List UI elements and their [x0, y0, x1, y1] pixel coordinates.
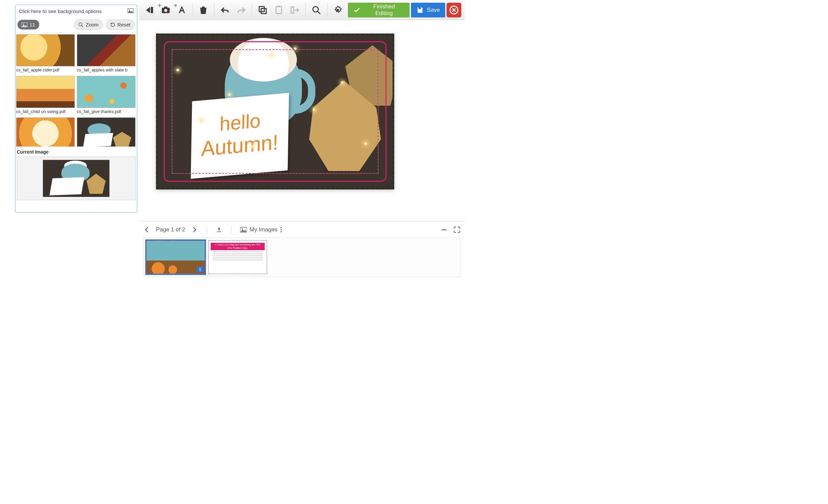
footer: Page 1 of 2 My Images 1: [139, 221, 465, 282]
svg-rect-11: [259, 6, 264, 11]
toolbar: Finished Editing Save: [139, 0, 465, 20]
thumbnail-label: cs_fall_apple cider.pdf: [16, 66, 75, 75]
add-text-button[interactable]: [174, 3, 189, 17]
background-options-header[interactable]: Click here to see background options: [15, 5, 137, 17]
finished-editing-button[interactable]: Finished Editing: [348, 3, 409, 17]
settings-button[interactable]: [331, 3, 345, 17]
my-images-label: My Images: [250, 226, 278, 233]
image-icon: [127, 8, 133, 14]
page-thumbnail[interactable]: 1: [146, 240, 205, 274]
thumbnail-image: [77, 118, 135, 146]
zoom-tool-button[interactable]: [309, 3, 324, 17]
back-button[interactable]: [142, 3, 157, 17]
zoom-label: Zoom: [86, 22, 98, 28]
svg-line-17: [317, 11, 320, 14]
svg-point-23: [281, 229, 282, 230]
thumbnail-image: [77, 76, 135, 108]
undo-button[interactable]: [218, 3, 233, 17]
svg-point-22: [281, 227, 282, 228]
thumbnail-image: [16, 76, 75, 108]
thumbnail[interactable]: cs_fall_give thanks.pdf: [77, 76, 135, 116]
thumbnail-scroll[interactable]: cs_fall_apple cider.pdf cs_fall_apples w…: [15, 33, 137, 146]
thumbnail-label: cs_fall_child on swing.pdf: [16, 108, 75, 116]
canvas-area[interactable]: hello Autumn!: [139, 20, 465, 221]
sidebar-controls: 11 Zoom Reset: [15, 17, 137, 33]
svg-rect-8: [164, 6, 167, 8]
page-number-badge: 1: [197, 267, 203, 272]
close-button[interactable]: [447, 3, 461, 17]
collapse-button[interactable]: [441, 226, 448, 233]
thumbnail-image: [16, 34, 75, 66]
reset-label: Reset: [117, 22, 130, 28]
page-indicator: Page 1 of 2: [156, 226, 185, 233]
thumbnail-label: cs_fall_apples with slate b: [77, 66, 135, 75]
sidebar: Click here to see background options 11 …: [15, 5, 137, 213]
save-button[interactable]: Save: [411, 3, 446, 17]
svg-point-1: [129, 9, 130, 10]
page-thumbnail[interactable]: 3 Track LoCo Mag and Numbering are FPO (…: [208, 240, 267, 274]
fullscreen-button[interactable]: [453, 226, 461, 233]
svg-rect-13: [276, 6, 282, 13]
current-image-header: Current Image: [15, 146, 137, 156]
margin-guide: [172, 49, 378, 174]
reset-button[interactable]: Reset: [106, 19, 135, 30]
svg-point-16: [313, 6, 318, 12]
thumbnail[interactable]: cs_fall_child on swing.pdf: [16, 76, 75, 116]
finished-editing-label: Finished Editing: [364, 3, 404, 17]
add-photo-button[interactable]: [159, 3, 173, 17]
svg-rect-9: [202, 9, 203, 13]
delete-button[interactable]: [196, 3, 211, 17]
svg-point-7: [164, 9, 167, 12]
image-count-badge: 11: [17, 20, 39, 30]
save-label: Save: [427, 7, 440, 13]
svg-rect-14: [278, 6, 280, 7]
thumbnail[interactable]: cs_fall_apples with slate b: [77, 34, 135, 75]
current-image-box[interactable]: [17, 156, 135, 200]
thumbnail[interactable]: cs_fall_apple cider.pdf: [16, 34, 75, 75]
svg-point-3: [23, 24, 24, 25]
svg-rect-12: [261, 8, 266, 13]
svg-point-21: [242, 228, 243, 229]
pages-strip[interactable]: 1 3 Track LoCo Mag and Numbering are FPO…: [143, 237, 461, 277]
svg-point-24: [281, 231, 282, 233]
current-image-preview: [43, 159, 110, 197]
design-canvas[interactable]: hello Autumn!: [156, 34, 394, 189]
prev-page-button[interactable]: [143, 226, 151, 233]
thumbnail[interactable]: [16, 118, 75, 146]
svg-rect-10: [204, 9, 205, 13]
background-options-label: Click here to see background options: [19, 8, 102, 14]
redo-button[interactable]: [234, 3, 249, 17]
svg-point-4: [79, 23, 82, 26]
app-root: Click here to see background options 11 …: [0, 0, 465, 282]
zoom-button[interactable]: Zoom: [74, 19, 103, 30]
thumbnail-label: cs_fall_give thanks.pdf: [77, 108, 135, 116]
next-page-button[interactable]: [191, 226, 198, 233]
svg-line-5: [82, 26, 83, 27]
svg-rect-25: [442, 229, 447, 230]
thumbnail-image: [16, 118, 75, 146]
image-count: 11: [30, 22, 35, 28]
thumbnail[interactable]: [77, 118, 135, 146]
my-images-button[interactable]: My Images: [240, 226, 282, 233]
svg-rect-15: [291, 7, 294, 13]
thumbnail-image: [77, 34, 135, 66]
paste-button[interactable]: [272, 3, 286, 17]
copy-button[interactable]: [255, 3, 270, 17]
page2-banner: 3 Track LoCo Mag and Numbering are FPO (…: [211, 243, 265, 250]
upload-button[interactable]: [216, 227, 222, 233]
align-button[interactable]: [287, 3, 302, 17]
